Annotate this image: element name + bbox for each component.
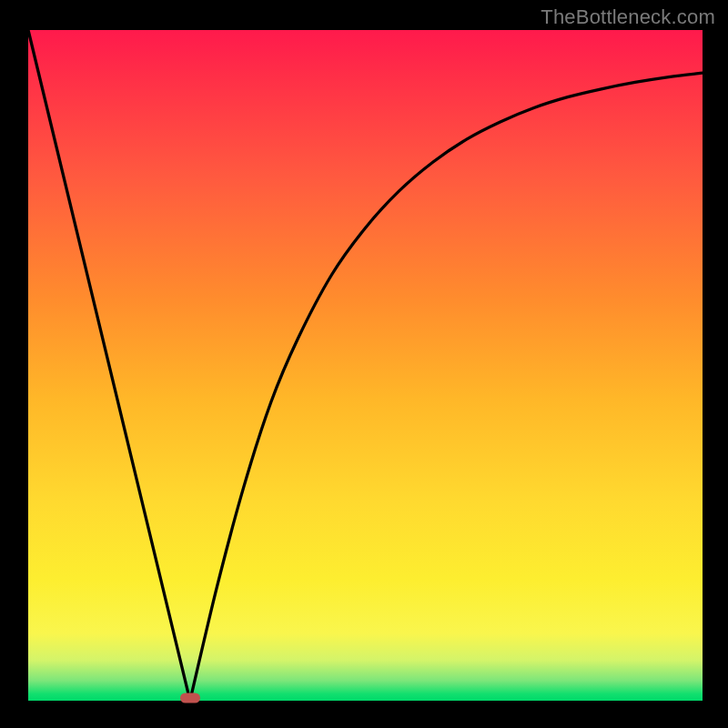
bottleneck-curve — [28, 30, 703, 701]
curve-path — [28, 30, 703, 701]
chart-frame: TheBottleneck.com — [0, 0, 728, 728]
gradient-plot-area — [28, 30, 703, 701]
watermark-text: TheBottleneck.com — [541, 5, 715, 29]
optimal-marker — [180, 693, 200, 703]
